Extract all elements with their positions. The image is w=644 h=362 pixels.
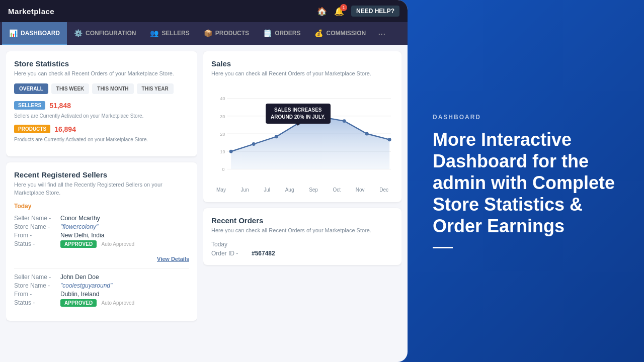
store-name-label-1: Store Name - xyxy=(14,223,59,230)
orders-today-label: Today xyxy=(211,241,393,248)
recent-orders-card: Recent Orders Here you can check all Rec… xyxy=(203,208,401,264)
products-stat-row: PRODUCTS 16,894 xyxy=(14,125,189,133)
point-aug xyxy=(297,121,301,125)
recent-orders-subtitle: Here you can check all Recent Orders of … xyxy=(211,227,393,234)
view-details-row-1: View Details xyxy=(14,254,189,263)
from-1: New Delhi, India xyxy=(60,232,189,239)
sellers-tab-icon: 👥 xyxy=(150,29,158,37)
seller-2: Seller Name - John Den Doe Store Name - … xyxy=(14,274,189,307)
home-icon[interactable]: 🏠 xyxy=(317,7,327,16)
svg-text:10: 10 xyxy=(220,150,225,155)
filter-tabs: OVERALL THIS WEEK THIS MONTH THIS YEAR xyxy=(14,83,189,94)
tab-commission[interactable]: 💰 COMMISSION xyxy=(307,22,373,45)
seller-2-status-row: Status - APPROVED Auto Approved xyxy=(14,299,189,307)
filter-overall[interactable]: OVERALL xyxy=(14,83,48,94)
store-statistics-card: Store Statistics Here you can check all … xyxy=(6,51,197,156)
from-label-2: From - xyxy=(14,291,59,298)
need-help-button[interactable]: NEED HELP? xyxy=(351,6,399,17)
seller-2-from-row: From - Dublin, Ireland xyxy=(14,291,189,298)
svg-text:20: 20 xyxy=(220,132,225,137)
order-id-row: Order ID - #567482 xyxy=(211,250,393,257)
svg-text:40: 40 xyxy=(220,97,225,102)
seller-1-store-row: Store Name - "flowercolony" xyxy=(14,223,189,230)
order-id-label: Order ID - xyxy=(211,250,252,257)
tab-orders[interactable]: 🗒️ ORDERS xyxy=(256,22,307,45)
seller-name-2: John Den Doe xyxy=(60,274,189,281)
right-main-heading: More Interactive Dashboard for the admin… xyxy=(433,129,619,237)
right-info-panel: DASHBOARD More Interactive Dashboard for… xyxy=(408,94,644,269)
label-sep: Sep xyxy=(309,187,318,193)
products-badge: PRODUCTS xyxy=(14,125,50,133)
seller-1-status-row: Status - APPROVED Auto Approved xyxy=(14,240,189,248)
label-nov: Nov xyxy=(356,187,365,193)
sellers-stat-row: SELLERS 51,848 xyxy=(14,101,189,110)
point-oct xyxy=(343,120,346,123)
auto-approved-1: Auto Approved xyxy=(101,241,134,247)
dashboard-tab-label: DASHBOARD xyxy=(21,30,60,37)
point-sep xyxy=(320,116,324,119)
tab-dashboard[interactable]: 📊 DASHBOARD xyxy=(2,22,67,45)
status-label-2: Status - xyxy=(14,299,59,307)
order-id-value: #567482 xyxy=(252,250,393,257)
label-jun: Jun xyxy=(241,187,249,193)
tab-configuration[interactable]: ⚙️ CONFIGURATION xyxy=(67,22,143,45)
seller-name-1: Conor Mcarthy xyxy=(60,215,189,222)
right-panel: Sales Here you can check all Recent Orde… xyxy=(203,51,401,356)
status-badge-1: APPROVED xyxy=(60,240,97,248)
products-description: Products are Currently Activated on your… xyxy=(14,136,189,143)
tab-sellers[interactable]: 👥 SELLERS xyxy=(143,22,196,45)
label-dec: Dec xyxy=(379,187,388,193)
filter-this-month[interactable]: THIS MONTH xyxy=(92,83,133,94)
sales-chart: 40 30 20 10 0 xyxy=(211,83,393,194)
sales-subtitle: Here you can check all Recent Orders of … xyxy=(211,70,393,77)
seller-2-status-group: APPROVED Auto Approved xyxy=(60,299,189,307)
notification-icon[interactable]: 🔔 1 xyxy=(334,7,344,16)
seller-name-label-1: Seller Name - xyxy=(14,215,59,222)
store-statistics-title: Store Statistics xyxy=(14,59,189,68)
top-bar: Marketplace 🏠 🔔 1 NEED HELP? xyxy=(0,0,408,22)
products-tab-label: PRODUCTS xyxy=(215,30,249,37)
recent-sellers-subtitle: Here you will find all the Recently Regi… xyxy=(14,181,189,197)
products-tab-icon: 📦 xyxy=(204,29,212,37)
configuration-tab-icon: ⚙️ xyxy=(74,29,83,37)
orders-tab-icon: 🗒️ xyxy=(263,29,272,37)
label-oct: Oct xyxy=(333,187,341,193)
filter-this-week[interactable]: THIS WEEK xyxy=(51,83,90,94)
products-count: 16,894 xyxy=(54,125,76,133)
top-bar-actions: 🏠 🔔 1 NEED HELP? xyxy=(317,6,399,17)
sellers-count: 51,848 xyxy=(49,102,71,110)
divider-1 xyxy=(14,268,189,268)
accent-line xyxy=(433,247,453,248)
tab-navigation: 📊 DASHBOARD ⚙️ CONFIGURATION 👥 SELLERS 📦… xyxy=(0,22,408,45)
from-2: Dublin, Ireland xyxy=(60,291,189,298)
status-label-1: Status - xyxy=(14,240,59,248)
label-aug: Aug xyxy=(285,187,294,193)
recent-sellers-title: Recent Registered Sellers xyxy=(14,170,189,179)
today-label: Today xyxy=(14,203,189,210)
sellers-description: Sellers are Currently Activated on your … xyxy=(14,113,189,120)
sales-title: Sales xyxy=(211,59,393,68)
notification-badge: 1 xyxy=(340,4,347,11)
store-name-2[interactable]: "coolestguyaround" xyxy=(60,282,189,289)
svg-text:0: 0 xyxy=(222,167,225,172)
seller-name-label-2: Seller Name - xyxy=(14,274,59,281)
view-details-button-1[interactable]: View Details xyxy=(157,256,189,262)
recent-sellers-card: Recent Registered Sellers Here you will … xyxy=(6,162,197,321)
commission-tab-icon: 💰 xyxy=(314,29,323,37)
seller-1-status-group: APPROVED Auto Approved xyxy=(60,240,189,248)
point-nov xyxy=(365,132,369,136)
tab-products[interactable]: 📦 PRODUCTS xyxy=(197,22,256,45)
from-label-1: From - xyxy=(14,232,59,239)
sellers-badge: SELLERS xyxy=(14,101,45,110)
seller-2-store-row: Store Name - "coolestguyaround" xyxy=(14,282,189,289)
seller-1-from-row: From - New Delhi, India xyxy=(14,232,189,239)
filter-this-year[interactable]: THIS YEAR xyxy=(137,83,174,94)
point-jul[interactable] xyxy=(275,135,278,139)
store-name-1[interactable]: "flowercolony" xyxy=(60,223,189,230)
tab-more-button[interactable]: ··· xyxy=(373,29,390,39)
point-dec xyxy=(388,138,391,142)
seller-1: Seller Name - Conor Mcarthy Store Name -… xyxy=(14,215,189,248)
configuration-tab-label: CONFIGURATION xyxy=(86,30,136,37)
status-badge-2: APPROVED xyxy=(60,299,97,307)
point-may xyxy=(229,150,233,153)
